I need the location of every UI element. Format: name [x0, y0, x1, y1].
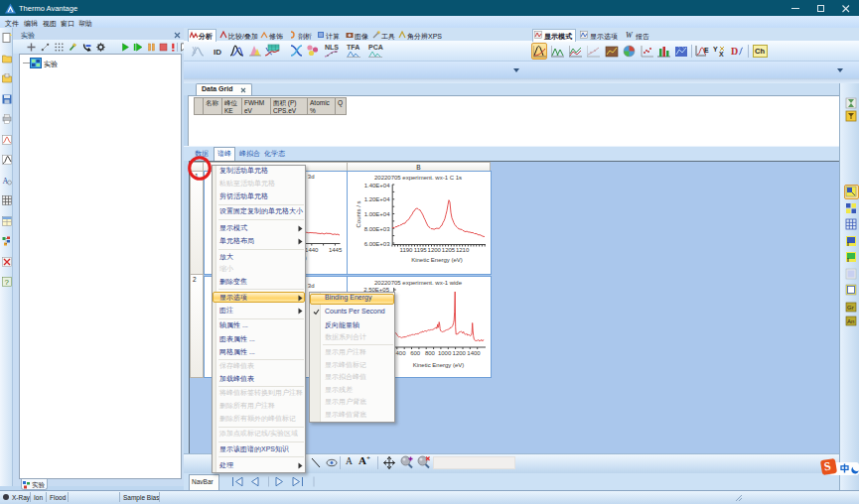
- svg-text:800: 800: [425, 350, 436, 356]
- svg-text:1200: 1200: [453, 350, 467, 356]
- svg-text:20220705 experiment. wx-1 C 1s: 20220705 experiment. wx-1 C 1s: [374, 175, 462, 181]
- svg-text:1190: 1190: [400, 247, 414, 253]
- svg-text:Kinetic Energy (eV): Kinetic Energy (eV): [411, 257, 463, 263]
- svg-text:400: 400: [395, 350, 406, 356]
- svg-text:Gr: Gr: [847, 305, 854, 311]
- svg-text:1.00E+04: 1.00E+04: [364, 211, 391, 217]
- svg-text:600: 600: [410, 350, 421, 356]
- svg-text:1400: 1400: [467, 350, 481, 356]
- svg-text:1210: 1210: [456, 247, 470, 253]
- svg-text:1.40E+04: 1.40E+04: [364, 183, 391, 189]
- svg-text:20220705 experiment. wx-1 wide: 20220705 experiment. wx-1 wide: [374, 280, 463, 286]
- svg-text:1000: 1000: [438, 350, 452, 356]
- svg-text:1445: 1445: [329, 247, 343, 253]
- svg-text:1195: 1195: [414, 247, 428, 253]
- svg-text:1205: 1205: [442, 247, 456, 253]
- svg-text:1200: 1200: [428, 247, 442, 253]
- svg-text:6.00E+03: 6.00E+03: [364, 241, 391, 247]
- svg-text:8.00E+03: 8.00E+03: [364, 226, 391, 232]
- svg-text:1440: 1440: [305, 247, 319, 253]
- svg-text:An: An: [847, 318, 854, 324]
- svg-text:Counts / s: Counts / s: [356, 200, 361, 227]
- svg-text:1.20E+04: 1.20E+04: [364, 196, 391, 202]
- svg-text:Kinetic Energy (eV): Kinetic Energy (eV): [413, 362, 465, 368]
